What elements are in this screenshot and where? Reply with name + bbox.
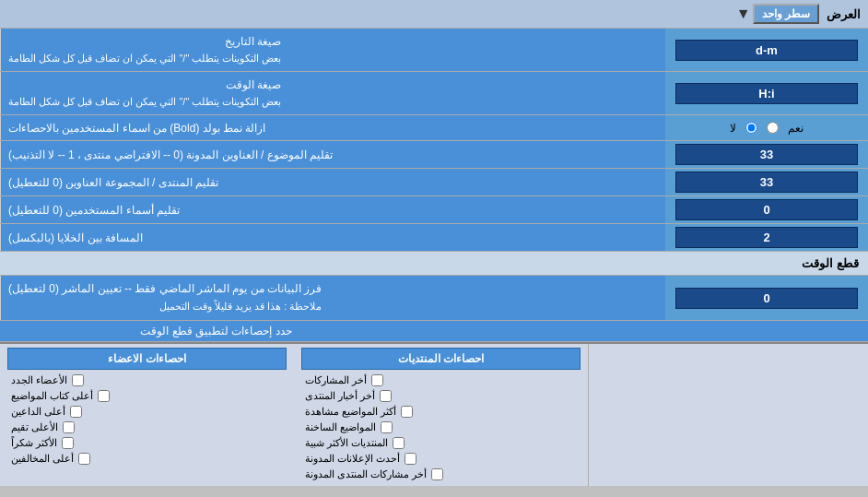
header-row: العرض سطر واحد ▼ (0, 0, 868, 29)
cb-mem-1[interactable] (98, 390, 110, 402)
user-limit-input[interactable] (675, 199, 858, 220)
checkbox-post-6: أخر مشاركات المنتدى المدونة (301, 467, 581, 482)
realtime-label: فرز البيانات من يوم الماشر الماضي فقط --… (0, 276, 665, 320)
checkbox-mem-4: الأكثر شكراً (7, 435, 287, 451)
topic-limit-input[interactable] (675, 144, 858, 165)
stats-members-col: احصاءات الاعضاء الأعضاء الجدد أعلى كتاب … (0, 344, 294, 486)
realtime-section-header: قطع الوقت (0, 252, 868, 276)
checkbox-post-3: المواضيع الساخنة (301, 420, 581, 435)
bold-remove-radio-cell: لا نعم (665, 115, 868, 140)
cb-mem-4[interactable] (62, 437, 74, 449)
cb-post-2[interactable] (401, 406, 413, 418)
radio-yes-label: نعم (788, 122, 803, 135)
checkbox-post-4: المنتديات الأكثر شبية (301, 435, 581, 451)
bold-remove-label: ازالة نمط بولد (Bold) من اسماء المستخدمي… (0, 115, 665, 140)
forum-limit-row: تقليم المنتدى / المجموعة العناوين (0 للت… (0, 169, 868, 196)
date-format-label: صيغة التاريخبعض التكوينات يتطلب "/" التي… (0, 29, 665, 71)
cell-space-input[interactable] (675, 227, 858, 248)
time-format-input-cell (665, 72, 868, 114)
date-format-input-cell (665, 29, 868, 71)
display-dropdown[interactable]: سطر واحد (753, 4, 819, 24)
cell-space-label: المسافة بين الخلايا (بالبكسل) (0, 224, 665, 251)
cell-space-row: المسافة بين الخلايا (بالبكسل) (0, 224, 868, 252)
stats-area: احصاءات المنتديات أخر المشاركات أخر أخبا… (0, 342, 868, 486)
stats-posts-header: احصاءات المنتديات (301, 348, 581, 370)
stats-empty-col (589, 344, 868, 486)
cb-post-4[interactable] (393, 437, 405, 449)
date-format-input[interactable] (675, 40, 858, 61)
topic-limit-row: تقليم الموضوع / العناوين المدونة (0 -- ا… (0, 141, 868, 169)
cb-post-6[interactable] (431, 468, 443, 480)
limit-label-row: حدد إحصاءات لتطبيق قطع الوقت (0, 321, 868, 342)
checkbox-post-0: أخر المشاركات (301, 373, 581, 388)
limit-label: حدد إحصاءات لتطبيق قطع الوقت (7, 325, 292, 337)
page-title: العرض (827, 7, 861, 21)
checkbox-post-5: أحدث الإعلانات المدونة (301, 451, 581, 467)
forum-limit-input[interactable] (675, 172, 858, 193)
checkbox-mem-0: الأعضاء الجدد (7, 373, 287, 388)
time-format-label: صيغة الوقتبعض التكوينات يتطلب "/" التي ي… (0, 72, 665, 114)
topic-limit-label: تقليم الموضوع / العناوين المدونة (0 -- ا… (0, 141, 665, 168)
cb-post-5[interactable] (405, 453, 416, 465)
date-format-row: صيغة التاريخبعض التكوينات يتطلب "/" التي… (0, 29, 868, 72)
checkbox-mem-1: أعلى كتاب المواضيع (7, 388, 287, 404)
radio-no[interactable] (745, 122, 757, 134)
checkbox-post-1: أخر أخبار المنتدى (301, 388, 581, 404)
checkbox-mem-2: أعلى الداعين (7, 404, 287, 420)
user-limit-label: تقليم أسماء المستخدمين (0 للتعطيل) (0, 196, 665, 223)
cell-space-input-cell (665, 224, 868, 251)
topic-limit-input-cell (665, 141, 868, 168)
checkbox-post-2: أكثر المواضيع مشاهدة (301, 404, 581, 420)
checkbox-mem-5: أعلى المخالفين (7, 451, 287, 467)
radio-no-label: لا (730, 122, 736, 135)
cb-mem-2[interactable] (70, 406, 82, 418)
cb-post-0[interactable] (371, 374, 383, 386)
time-format-input[interactable] (675, 83, 858, 104)
forum-limit-input-cell (665, 169, 868, 195)
cb-post-1[interactable] (380, 390, 392, 402)
stats-posts-col: احصاءات المنتديات أخر المشاركات أخر أخبا… (294, 344, 589, 486)
checkbox-mem-3: الأعلى تقيم (7, 420, 287, 435)
realtime-input[interactable] (675, 288, 858, 309)
realtime-input-cell (665, 276, 868, 320)
cb-mem-5[interactable] (78, 453, 90, 465)
cb-post-3[interactable] (381, 421, 393, 433)
time-format-row: صيغة الوقتبعض التكوينات يتطلب "/" التي ي… (0, 72, 868, 115)
user-limit-input-cell (665, 196, 868, 223)
cb-mem-0[interactable] (72, 374, 84, 386)
bold-remove-row: لا نعم ازالة نمط بولد (Bold) من اسماء ال… (0, 115, 868, 141)
stats-members-header: احصاءات الاعضاء (7, 348, 287, 370)
forum-limit-label: تقليم المنتدى / المجموعة العناوين (0 للت… (0, 169, 665, 195)
cb-mem-3[interactable] (63, 421, 75, 433)
realtime-row: فرز البيانات من يوم الماشر الماضي فقط --… (0, 276, 868, 321)
radio-yes[interactable] (767, 122, 779, 134)
user-limit-row: تقليم أسماء المستخدمين (0 للتعطيل) (0, 196, 868, 224)
